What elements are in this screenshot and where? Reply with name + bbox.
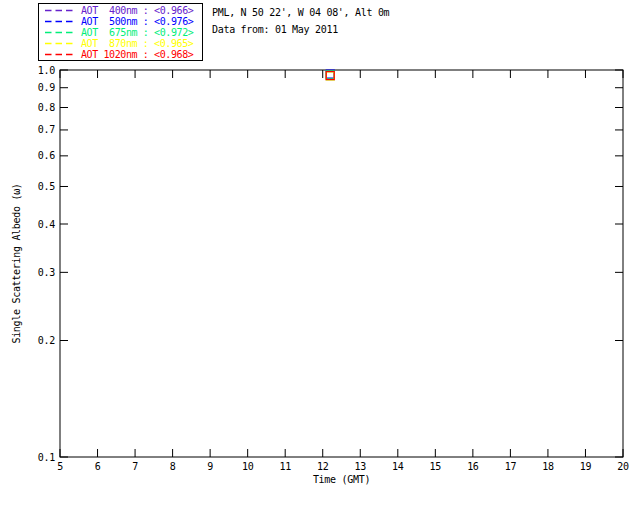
y-tick-label: 0.8 <box>38 102 55 113</box>
x-tick-label: 9 <box>207 461 213 472</box>
plot-frame <box>60 70 623 457</box>
x-tick-label: 8 <box>170 461 176 472</box>
y-tick-label: 0.2 <box>38 335 55 346</box>
x-tick-label: 14 <box>392 461 404 472</box>
legend-item-675nm: AOT 675nm : <0.972> <box>44 27 199 38</box>
legend-item-label: AOT 400nm : <0.966> <box>81 5 193 16</box>
x-tick-label: 16 <box>467 461 479 472</box>
legend-line-swatch <box>44 30 76 35</box>
legend-item-400nm: AOT 400nm : <0.966> <box>44 5 199 16</box>
legend-item-label: AOT 1020nm : <0.968> <box>81 49 193 60</box>
y-tick-label: 1.0 <box>38 65 55 76</box>
header-location: PML, N 50 22', W 04 08', Alt 0m <box>212 6 389 23</box>
y-tick-label: 0.9 <box>38 82 55 93</box>
x-tick-label: 19 <box>580 461 592 472</box>
x-tick-label: 13 <box>355 461 367 472</box>
x-tick-label: 11 <box>279 461 291 472</box>
legend-item-500nm: AOT 500nm : <0.976> <box>44 16 199 27</box>
chart-area: 5678910111213141516171819201.00.90.80.70… <box>0 0 640 512</box>
x-tick-label: 17 <box>505 461 517 472</box>
legend-box: AOT 400nm : <0.966> AOT 500nm : <0.976> … <box>38 3 203 61</box>
x-tick-label: 5 <box>57 461 63 472</box>
legend-item-label: AOT 675nm : <0.972> <box>81 27 193 38</box>
y-tick-label: 0.1 <box>38 452 55 463</box>
y-tick-label: 0.7 <box>38 124 55 135</box>
legend-line-swatch <box>44 19 76 24</box>
legend-line-swatch <box>44 41 76 46</box>
legend-line-swatch <box>44 8 76 13</box>
legend-item-label: AOT 870nm : <0.965> <box>81 38 193 49</box>
y-tick-label: 0.6 <box>38 150 55 161</box>
x-tick-label: 10 <box>242 461 254 472</box>
plot-header: PML, N 50 22', W 04 08', Alt 0m Data fro… <box>212 6 389 40</box>
legend-item-1020nm: AOT 1020nm : <0.968> <box>44 49 199 60</box>
x-tick-label: 20 <box>617 461 629 472</box>
y-axis-title: Single Scattering Albedo (ω) <box>11 183 22 343</box>
x-tick-label: 6 <box>95 461 101 472</box>
legend-line-swatch <box>44 52 76 57</box>
header-date: Data from: 01 May 2011 <box>212 23 389 40</box>
x-tick-label: 15 <box>430 461 442 472</box>
y-tick-label: 0.3 <box>38 267 55 278</box>
legend-item-label: AOT 500nm : <0.976> <box>81 16 193 27</box>
x-tick-label: 7 <box>132 461 138 472</box>
x-axis-title: Time (GMT) <box>313 474 370 485</box>
x-tick-label: 18 <box>542 461 554 472</box>
plot-canvas: 5678910111213141516171819201.00.90.80.70… <box>0 0 640 512</box>
y-tick-label: 0.4 <box>38 219 55 230</box>
x-tick-label: 12 <box>317 461 329 472</box>
y-tick-label: 0.5 <box>38 181 55 192</box>
legend-item-870nm: AOT 870nm : <0.965> <box>44 38 199 49</box>
